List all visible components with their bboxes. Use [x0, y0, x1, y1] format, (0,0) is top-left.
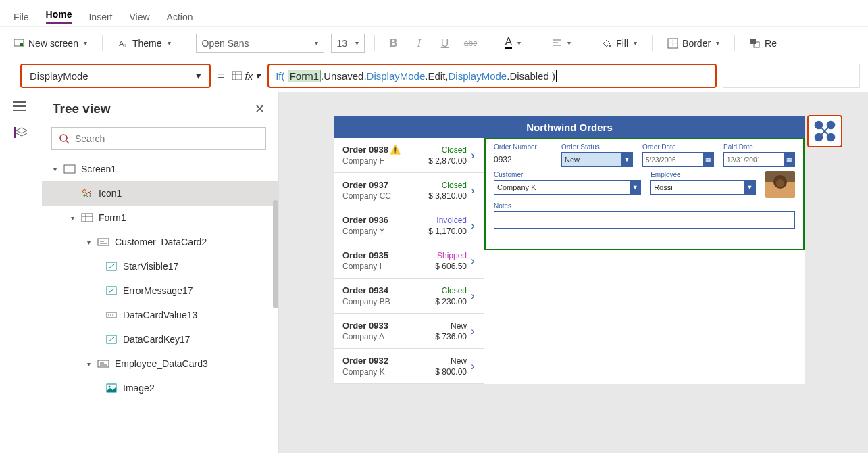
fill-button[interactable]: Fill ▾: [596, 35, 642, 51]
order-list-item[interactable]: Order 0935Company IShipped$ 606.50›: [334, 243, 484, 279]
property-dropdown[interactable]: DisplayMode ▾: [20, 64, 211, 88]
selected-icon1[interactable]: [807, 115, 842, 147]
chevron-down-icon: ▾: [567, 39, 571, 47]
search-input[interactable]: [51, 127, 266, 150]
formula-token-if: If(: [276, 70, 284, 82]
tree-item-datacardkey[interactable]: DataCardKey17: [42, 327, 278, 352]
underline-button[interactable]: U: [436, 37, 455, 49]
chevron-down-icon: ▾: [716, 39, 719, 47]
warning-icon: ⚠️: [390, 145, 401, 155]
new-screen-button[interactable]: New screen ▾: [8, 35, 93, 51]
hamburger-icon[interactable]: [13, 101, 26, 111]
font-name-value: Open Sans: [202, 38, 249, 49]
align-button[interactable]: ▾: [546, 35, 576, 51]
customer-select[interactable]: Company K▼: [494, 180, 641, 195]
theme-button[interactable]: Aa Theme ▾: [112, 35, 176, 51]
label-paid-date: Paid Date: [723, 143, 795, 151]
tree-item-customer-datacard[interactable]: ▾Customer_DataCard2: [42, 230, 278, 254]
tree-label: DataCardKey17: [123, 334, 190, 345]
order-list-item[interactable]: Order 0932Company KNew$ 800.00›: [334, 349, 484, 384]
close-icon[interactable]: ✕: [255, 101, 265, 116]
chevron-down-icon: ▼: [621, 153, 632, 166]
order-list-item[interactable]: Order 0936Company YInvoiced$ 1,170.00›: [334, 208, 484, 243]
tree-label: Screen1: [81, 164, 116, 174]
chevron-down-icon: ▾: [168, 39, 171, 47]
chevron-down-icon: ▼: [630, 181, 640, 194]
svg-rect-28: [107, 312, 116, 318]
search-field[interactable]: [75, 133, 259, 144]
svg-rect-13: [232, 72, 242, 80]
paid-date-picker[interactable]: 12/31/2001▦: [723, 152, 795, 167]
scrollbar-thumb[interactable]: [273, 200, 278, 308]
order-list-item[interactable]: Order 0938⚠️Company FClosed$ 2,870.00›: [334, 138, 484, 173]
menu-home[interactable]: Home: [46, 9, 72, 24]
font-name-select[interactable]: Open Sans▾: [196, 34, 324, 53]
employee-select[interactable]: Rossi▼: [650, 180, 756, 195]
font-size-select[interactable]: 13▾: [331, 34, 365, 53]
formula-token-disabled: .Disabled ): [507, 70, 555, 82]
border-button[interactable]: Border ▾: [662, 35, 725, 51]
grid-icon: [232, 70, 242, 81]
tree-item-icon1[interactable]: Icon1: [42, 181, 278, 206]
formula-token-displaymode2: DisplayMode: [449, 70, 507, 82]
svg-rect-18: [64, 165, 75, 173]
chevron-right-icon: ›: [467, 290, 479, 302]
layers-icon[interactable]: [14, 127, 26, 138]
strikethrough-button[interactable]: abc: [461, 39, 480, 48]
order-list-item[interactable]: Order 0933Company ANew$ 736.00›: [334, 314, 484, 349]
form-pane: Order Number0932 Order StatusNew▼ Order …: [484, 138, 805, 250]
order-list-item[interactable]: Order 0934Company BBClosed$ 230.00›: [334, 279, 484, 314]
tree-item-image2[interactable]: Image2: [42, 376, 278, 400]
align-icon: [551, 38, 562, 49]
formula-input[interactable]: If( Form1 .Unsaved, DisplayMode .Edit, D…: [267, 64, 717, 88]
chevron-down-icon: ▾: [355, 39, 359, 47]
bold-button[interactable]: B: [384, 37, 403, 49]
chevron-down-icon: ▼: [744, 181, 755, 194]
menu-view[interactable]: View: [129, 11, 149, 22]
formula-token-displaymode1: DisplayMode: [367, 70, 426, 82]
new-screen-label: New screen: [28, 38, 78, 49]
reorder-label: Re: [765, 38, 777, 49]
chevron-right-icon: ›: [467, 255, 479, 267]
svg-point-7: [609, 45, 611, 47]
notes-input[interactable]: [494, 211, 795, 229]
svg-rect-1: [20, 43, 23, 46]
value-order-number: 0932: [494, 152, 552, 167]
svg-point-19: [83, 190, 86, 193]
order-status-select[interactable]: New▼: [561, 152, 633, 167]
property-value: DisplayMode: [30, 70, 88, 82]
tree-item-form1[interactable]: ▾Form1: [42, 206, 278, 230]
fx-button[interactable]: fx▾: [232, 70, 261, 82]
formula-token-form1: Form1: [288, 70, 321, 82]
order-list-item[interactable]: Order 0937Company CCClosed$ 3,810.00›: [334, 173, 484, 208]
reorder-icon: [750, 38, 761, 49]
value-customer: Company K: [497, 183, 536, 191]
formula-token-unsaved: .Unsaved,: [321, 70, 367, 82]
left-rail: [0, 92, 39, 453]
menu-action[interactable]: Action: [167, 11, 193, 22]
tree-item-starvisible[interactable]: StarVisible17: [42, 254, 278, 279]
tree-item-screen1[interactable]: ▾Screen1: [42, 157, 278, 181]
chevron-down-icon: ▾: [255, 70, 261, 82]
menu-file[interactable]: File: [14, 11, 29, 22]
font-color-button[interactable]: A ▾: [500, 34, 527, 51]
svg-text:a: a: [123, 42, 126, 48]
order-date-picker[interactable]: 5/23/2006▦: [642, 152, 714, 167]
tree: ▾Screen1 Icon1 ▾Form1 ▾Customer_DataCard…: [39, 157, 278, 453]
italic-button[interactable]: I: [410, 37, 429, 49]
chevron-right-icon: ›: [467, 360, 479, 373]
font-size-value: 13: [337, 38, 348, 49]
value-order-date: 5/23/2006: [646, 156, 676, 164]
tree-item-employee-datacard[interactable]: ▾Employee_DataCard3: [42, 352, 278, 376]
reorder-button[interactable]: Re: [744, 35, 782, 51]
menu-insert[interactable]: Insert: [88, 11, 112, 22]
svg-point-30: [110, 314, 111, 316]
employee-avatar: [765, 171, 795, 198]
equals-label: =: [218, 69, 225, 83]
font-color-icon: A: [505, 37, 513, 49]
chevron-down-icon: ▾: [634, 39, 637, 47]
tree-item-errormessage[interactable]: ErrorMessage17: [42, 279, 278, 303]
tree-item-datacardvalue[interactable]: DataCardValue13: [42, 303, 278, 327]
chevron-right-icon: ›: [467, 325, 479, 337]
order-list[interactable]: Order 0938⚠️Company FClosed$ 2,870.00›Or…: [334, 138, 484, 384]
